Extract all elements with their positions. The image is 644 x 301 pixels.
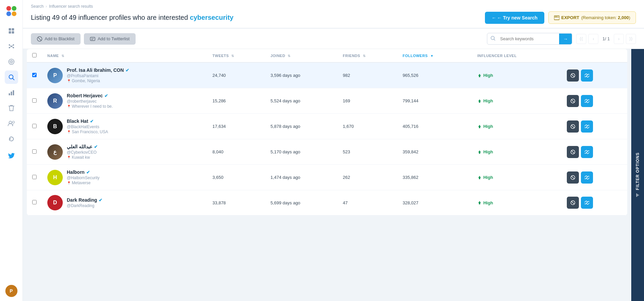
verified-badge: ✔ — [94, 144, 98, 149]
row-user-cell: H Halborn ✔ @HalbornSecurity 📍Metaverse — [42, 165, 207, 190]
svg-line-50 — [571, 201, 574, 204]
influencers-table: NAME ⇅ TWEETS ⇅ JOINED ⇅ FRIENDS — [27, 49, 627, 215]
try-new-search-button[interactable]: ← ← Try new Search — [485, 12, 544, 24]
table-row: P Prof. Isa Ali Ibrahim, CON ✔ @ProfIsaP… — [27, 62, 627, 88]
svg-rect-24 — [11, 92, 12, 95]
svg-point-1 — [6, 6, 11, 11]
row-tweets: 33,878 — [207, 190, 265, 215]
block-icon — [571, 175, 575, 180]
verified-badge: ✔ — [86, 170, 90, 175]
row-checkbox[interactable] — [32, 124, 37, 128]
add-to-twitterlist-button[interactable]: Add to Twitterlist — [84, 33, 136, 45]
filter-options-panel[interactable]: FILTER OPTIONS — [631, 49, 644, 301]
row-checkbox[interactable] — [32, 149, 37, 154]
th-followers[interactable]: FOLLOWERS ▼ — [397, 49, 472, 62]
th-tweets[interactable]: TWEETS ⇅ — [207, 49, 265, 62]
followers-sort-icon: ▼ — [430, 54, 434, 58]
row-friends: 982 — [338, 62, 397, 88]
svg-point-2 — [12, 6, 16, 11]
sidebar-item-refresh[interactable] — [5, 132, 18, 146]
th-level: INFLUENCER LEVEL — [472, 49, 561, 62]
sidebar-item-dashboard[interactable] — [5, 24, 18, 38]
row-tweets: 3,650 — [207, 165, 265, 190]
pagination-next-button[interactable]: › — [614, 34, 624, 44]
avatar: P — [47, 68, 63, 83]
block-button[interactable] — [567, 69, 579, 82]
heading-prefix: Listing 49 of 49 influencer profiles who… — [31, 14, 188, 21]
block-icon — [571, 150, 575, 154]
user-handle: @robertherjavec — [67, 99, 113, 104]
sidebar-item-monitor[interactable] — [5, 55, 18, 68]
export-button[interactable]: EXPORT (Remaining token: 2,000) — [548, 11, 636, 24]
svg-line-48 — [571, 176, 574, 179]
sidebar: P — [0, 0, 23, 301]
user-name: Black Hat ✔ — [67, 118, 108, 124]
th-joined[interactable]: JOINED ⇅ — [265, 49, 338, 62]
avatar: ع — [47, 144, 63, 160]
pagination-last-button[interactable]: ⟩⟩ — [626, 34, 636, 44]
block-button[interactable] — [567, 120, 579, 133]
svg-rect-31 — [556, 16, 557, 17]
svg-line-15 — [11, 45, 13, 46]
link-button[interactable] — [581, 120, 593, 133]
th-name[interactable]: NAME ⇅ — [42, 49, 207, 62]
table-container: NAME ⇅ TWEETS ⇅ JOINED ⇅ FRIENDS — [23, 49, 631, 301]
row-friends: 47 — [338, 190, 397, 215]
row-checkbox[interactable] — [32, 200, 37, 204]
user-avatar[interactable]: P — [5, 285, 17, 297]
row-checkbox-cell — [27, 190, 42, 215]
block-button[interactable] — [567, 146, 579, 158]
sidebar-item-network[interactable] — [5, 40, 18, 53]
user-name: Halborn ✔ — [67, 169, 100, 175]
block-button[interactable] — [567, 197, 579, 209]
keyword-search-input[interactable] — [499, 34, 559, 44]
search-submit-button[interactable]: → — [559, 34, 572, 44]
table-row: B Black Hat ✔ @BlackHatEvents 📍San Franc… — [27, 114, 627, 139]
tweets-sort-icon: ⇅ — [231, 54, 234, 58]
select-all-checkbox[interactable] — [32, 53, 37, 57]
avatar: D — [47, 195, 63, 210]
sidebar-item-analytics[interactable] — [5, 86, 18, 99]
sidebar-item-trash[interactable] — [5, 101, 18, 115]
sidebar-item-users[interactable] — [5, 117, 18, 130]
row-joined: 5,170 days ago — [265, 139, 338, 165]
try-search-label: ← Try new Search — [497, 15, 538, 20]
svg-rect-30 — [555, 16, 556, 17]
block-button[interactable] — [567, 95, 579, 107]
link-button[interactable] — [581, 95, 593, 107]
th-actions — [561, 49, 627, 62]
pagination-prev-button[interactable]: ‹ — [588, 34, 598, 44]
row-checkbox[interactable] — [32, 73, 37, 77]
row-checkbox[interactable] — [32, 98, 37, 103]
svg-point-20 — [11, 61, 12, 62]
svg-point-3 — [6, 11, 11, 16]
breadcrumb-search[interactable]: Search — [31, 4, 44, 9]
table-row: ع عبدالله العلي ✔ @CyberkovCEO 📍Kuwait k… — [27, 139, 627, 165]
row-checkbox[interactable] — [32, 175, 37, 179]
link-button[interactable] — [581, 69, 593, 82]
sidebar-item-search[interactable] — [5, 70, 18, 84]
add-to-blacklist-button[interactable]: Add to Blacklist — [31, 33, 81, 45]
user-name: عبدالله العلي ✔ — [67, 144, 98, 149]
block-button[interactable] — [567, 171, 579, 184]
th-friends[interactable]: FRIENDS ⇅ — [338, 49, 397, 62]
name-sort-icon: ⇅ — [61, 54, 64, 58]
level-text: High — [483, 175, 493, 180]
export-token: 2,000 — [618, 15, 629, 20]
link-button[interactable] — [581, 146, 593, 158]
link-button[interactable] — [581, 171, 593, 184]
row-level: High — [472, 62, 561, 88]
pagination-first-button[interactable]: ⟨⟨ — [576, 34, 586, 44]
user-info: Robert Herjavec ✔ @robertherjavec 📍Where… — [67, 93, 113, 109]
link-icon — [585, 175, 589, 180]
link-icon — [585, 150, 589, 154]
svg-point-27 — [12, 121, 14, 123]
level-icon — [477, 73, 482, 78]
user-name: Robert Herjavec ✔ — [67, 93, 113, 98]
user-handle: @CyberkovCEO — [67, 150, 98, 155]
verified-badge: ✔ — [104, 93, 108, 98]
export-remaining: (Remaining token: 2,000) — [581, 15, 630, 20]
link-button[interactable] — [581, 197, 593, 209]
sidebar-item-twitter[interactable] — [5, 149, 18, 162]
user-location: 📍Metaverse — [67, 181, 100, 185]
